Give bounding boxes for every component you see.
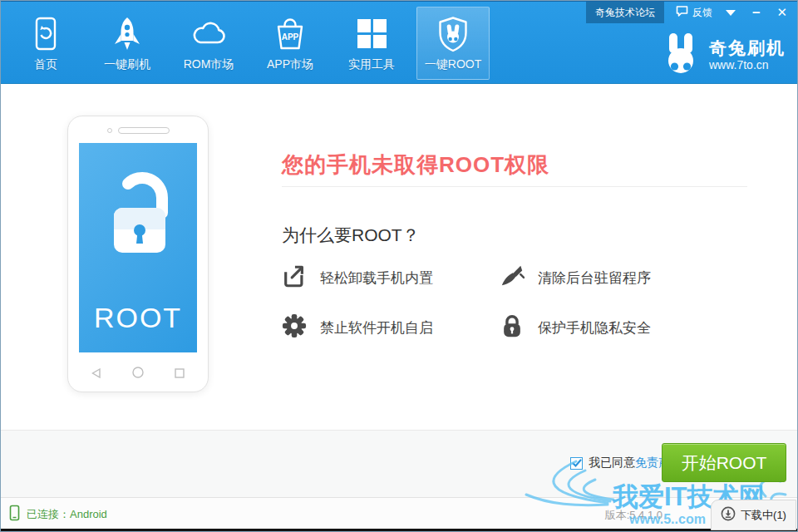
status-bar: 已连接：Android 版本:5.4.1.0: [1, 497, 797, 530]
brush-icon: [500, 264, 525, 292]
connected-phone-icon: [9, 505, 20, 525]
rabbit-logo-icon: [660, 32, 702, 78]
phone-home-icon: [132, 367, 144, 382]
feature-label: 保护手机隐私安全: [538, 318, 651, 337]
why-root-heading: 为什么要ROOT？: [282, 224, 420, 247]
nav-item-flash[interactable]: 一键刷机: [91, 7, 164, 80]
app-window: 首页 一键刷机: [0, 0, 798, 532]
title-divider: [282, 186, 747, 187]
nav-item-one-key-root[interactable]: 一键ROOT: [416, 7, 490, 80]
nav-item-app-market[interactable]: APP APP市场: [254, 7, 327, 80]
phone-illustration: ROOT: [67, 116, 209, 392]
app-bag-badge: APP: [282, 32, 299, 42]
version-label: 版本:5.4.1.0: [605, 508, 663, 523]
feature-autostart: 禁止软件开机自启: [282, 313, 500, 342]
close-button[interactable]: ✕: [776, 5, 787, 20]
feature-privacy: 保护手机隐私安全: [500, 313, 764, 342]
feature-list: 轻松卸载手机内置 清除后台驻留程序: [282, 264, 764, 342]
shield-rabbit-icon: [433, 14, 473, 54]
rocket-icon: [107, 14, 147, 54]
nav-item-rom-market[interactable]: ROM市场: [172, 7, 245, 80]
agree-label: 我已同意: [589, 456, 635, 470]
nav-label: 实用工具: [348, 57, 395, 72]
start-root-button[interactable]: 开始ROOT: [662, 443, 786, 482]
app-bag-icon: APP: [270, 14, 310, 54]
main-nav: 首页 一键刷机: [9, 7, 490, 80]
nav-label: 一键ROOT: [425, 57, 481, 72]
phone-back-icon: [91, 367, 101, 382]
feature-clean: 清除后台驻留程序: [500, 264, 764, 292]
lock-icon: [500, 313, 525, 342]
speech-bubble-icon: [676, 6, 688, 19]
minimize-button[interactable]: –: [752, 8, 760, 17]
page-title: 您的手机未取得ROOT权限: [282, 150, 549, 180]
header-bar: 首页 一键刷机: [1, 1, 797, 84]
download-icon: [721, 506, 736, 525]
feature-label: 轻松卸载手机内置: [320, 268, 433, 288]
window-bottom-edge: [1, 529, 797, 531]
check-icon: [572, 459, 582, 468]
window-controls: 奇兔技术论坛 反馈 – ✕: [586, 2, 797, 23]
download-panel[interactable]: 下载中(1): [711, 500, 796, 530]
feature-label: 清除后台驻留程序: [538, 268, 651, 288]
forum-link[interactable]: 奇兔技术论坛: [586, 2, 664, 23]
unlock-icon: [79, 161, 197, 268]
phone-screen: ROOT: [79, 143, 197, 352]
brand-name: 奇兔刷机: [709, 38, 786, 58]
gear-icon: [282, 313, 307, 342]
dropdown-caret-icon[interactable]: [726, 10, 736, 16]
tools-grid-icon: [352, 14, 392, 54]
nav-label: APP市场: [267, 57, 313, 72]
feature-label: 禁止软件开机自启: [320, 318, 433, 337]
home-refresh-icon: [26, 14, 66, 54]
nav-item-tools[interactable]: 实用工具: [335, 7, 408, 80]
nav-label: 一键刷机: [104, 57, 150, 72]
brand-logo: 奇兔刷机 www.7to.cn: [660, 32, 786, 78]
phone-nav-buttons: [68, 367, 208, 382]
feedback-label: 反馈: [692, 6, 712, 20]
phone-speaker: [68, 127, 208, 134]
nav-item-home[interactable]: 首页: [9, 7, 82, 80]
feature-uninstall: 轻松卸载手机内置: [282, 264, 500, 292]
nav-label: 首页: [34, 57, 57, 72]
phone-recent-icon: [175, 367, 185, 382]
connection-label: 已连接：Android: [27, 507, 107, 522]
brand-url: www.7to.cn: [709, 58, 786, 71]
download-label: 下载中(1): [741, 508, 786, 523]
feedback-button[interactable]: 反馈: [676, 6, 712, 20]
agree-checkbox[interactable]: [570, 457, 583, 470]
cloud-icon: [189, 14, 229, 54]
uninstall-icon: [282, 264, 307, 292]
nav-label: ROM市场: [184, 57, 234, 72]
phone-screen-root-text: ROOT: [79, 302, 197, 334]
connection-status: 已连接：Android: [9, 505, 107, 525]
